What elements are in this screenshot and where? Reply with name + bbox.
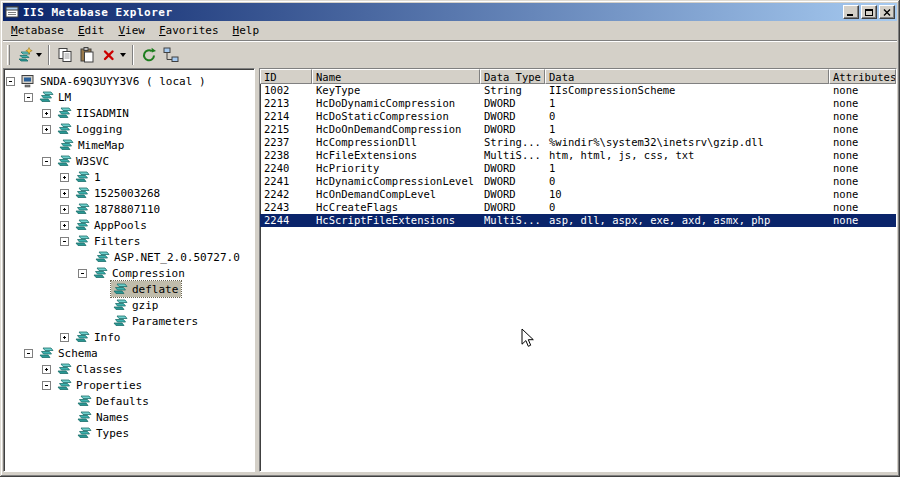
column-header-data-type[interactable]: Data Type	[480, 69, 545, 84]
menu-item-edit[interactable]: Edit	[71, 22, 112, 40]
cell-attributes: none	[829, 84, 896, 97]
column-header-data[interactable]: Data	[545, 69, 829, 84]
copy-button[interactable]	[54, 43, 76, 67]
metabase-key-icon	[58, 139, 75, 152]
minimize-button[interactable]	[843, 5, 859, 19]
tree-node-1878807110[interactable]: 1878807110	[4, 201, 254, 217]
paste-button[interactable]	[76, 43, 98, 67]
tree-node-label: Schema	[58, 347, 98, 360]
network-icon	[162, 46, 180, 64]
plus-expander[interactable]	[42, 109, 51, 118]
new-key-button[interactable]	[14, 43, 44, 67]
minus-expander[interactable]	[42, 157, 51, 166]
tree-node-label: 1878807110	[94, 203, 160, 216]
tree-node-deflate[interactable]: deflate	[4, 281, 254, 297]
tree-node-gzip[interactable]: gzip	[4, 297, 254, 313]
table-row-2243[interactable]: 2243HcCreateFlagsDWORD0none	[260, 201, 896, 214]
column-header-name[interactable]: Name	[312, 69, 480, 84]
metabase-key-icon	[56, 155, 73, 168]
metabase-tree: SNDA-69Q3UYY3V6 ( local )LMIISADMINLoggi…	[3, 68, 255, 472]
metabase-key-icon	[56, 107, 73, 120]
table-row-2237[interactable]: 2237HcCompressionDllString...%windir%\sy…	[260, 136, 896, 149]
tree-node-compression[interactable]: Compression	[4, 265, 254, 281]
tree-node-parameters[interactable]: Parameters	[4, 313, 254, 329]
tree-node-properties[interactable]: Properties	[4, 377, 254, 393]
minus-expander[interactable]	[60, 237, 69, 246]
tree-node-info[interactable]: Info	[4, 329, 254, 345]
delete-button[interactable]	[98, 43, 128, 67]
tree-node-lm[interactable]: LM	[4, 89, 254, 105]
cell-type: DWORD	[480, 175, 545, 188]
plus-expander[interactable]	[60, 205, 69, 214]
menu-item-metabase[interactable]: Metabase	[4, 22, 71, 40]
close-button[interactable]	[879, 5, 895, 19]
plus-expander[interactable]	[42, 125, 51, 134]
tree-node-iisadmin[interactable]: IISADMIN	[4, 105, 254, 121]
new-key-dropdown-arrow[interactable]	[36, 53, 42, 57]
refresh-button[interactable]	[138, 43, 160, 67]
metabase-key-icon	[56, 379, 73, 392]
column-header-id[interactable]: ID	[260, 69, 312, 84]
table-row-2244[interactable]: 2244HcScriptFileExtensionsMultiS...asp, …	[260, 214, 896, 227]
menu-item-favorites[interactable]: Favorites	[152, 22, 226, 40]
tree-node-classes[interactable]: Classes	[4, 361, 254, 377]
cell-id: 2240	[260, 162, 312, 175]
column-header-attributes[interactable]: Attributes	[829, 69, 896, 84]
tree-node-defaults[interactable]: Defaults	[4, 393, 254, 409]
connect-button[interactable]	[160, 43, 182, 67]
cell-type: MultiS...	[480, 214, 545, 227]
plus-expander[interactable]	[60, 333, 69, 342]
table-row-2238[interactable]: 2238HcFileExtensionsMultiS...htm, html, …	[260, 149, 896, 162]
tree-node-filters[interactable]: Filters	[4, 233, 254, 249]
cell-attributes: none	[829, 214, 896, 227]
maximize-button[interactable]	[861, 5, 877, 19]
tree-node-apppools[interactable]: AppPools	[4, 217, 254, 233]
tree-node-logging[interactable]: Logging	[4, 121, 254, 137]
tree-node-1[interactable]: 1	[4, 169, 254, 185]
tree-node-names[interactable]: Names	[4, 409, 254, 425]
plus-expander[interactable]	[42, 365, 51, 374]
menu-item-view[interactable]: View	[111, 22, 152, 40]
minus-expander[interactable]	[78, 269, 87, 278]
tree-node-snda-69q3uyy3v6-local[interactable]: SNDA-69Q3UYY3V6 ( local )	[4, 73, 254, 89]
table-row-2213[interactable]: 2213HcDoDynamicCompressionDWORD1none	[260, 97, 896, 110]
minus-expander[interactable]	[24, 93, 33, 102]
plus-expander[interactable]	[60, 221, 69, 230]
cell-id: 2238	[260, 149, 312, 162]
minus-expander[interactable]	[42, 381, 51, 390]
cell-type: DWORD	[480, 162, 545, 175]
cell-data: htm, html, js, css, txt	[545, 149, 829, 162]
cell-type: DWORD	[480, 123, 545, 136]
cell-id: 2215	[260, 123, 312, 136]
titlebar[interactable]: IIS Metabase Explorer	[3, 3, 897, 21]
table-row-2241[interactable]: 2241HcDynamicCompressionLevelDWORD0none	[260, 175, 896, 188]
tree-node-types[interactable]: Types	[4, 425, 254, 441]
cell-type: DWORD	[480, 188, 545, 201]
tree-node-schema[interactable]: Schema	[4, 345, 254, 361]
table-row-2214[interactable]: 2214HcDoStaticCompressionDWORD0none	[260, 110, 896, 123]
plus-expander[interactable]	[60, 173, 69, 182]
minus-expander[interactable]	[24, 349, 33, 358]
cell-name: HcFileExtensions	[312, 149, 480, 162]
tree-node-label: Defaults	[96, 395, 149, 408]
delete-dropdown-arrow[interactable]	[120, 53, 126, 57]
table-row-2215[interactable]: 2215HcDoOnDemandCompressionDWORD1none	[260, 123, 896, 136]
table-row-2242[interactable]: 2242HcOnDemandCompLevelDWORD10none	[260, 188, 896, 201]
tree-node-label: 1	[94, 171, 101, 184]
tree-node-w3svc[interactable]: W3SVC	[4, 153, 254, 169]
properties-list: IDNameData TypeDataAttributes 1002KeyTyp…	[259, 68, 897, 472]
menu-item-help[interactable]: Help	[226, 22, 267, 40]
tree-node-label: Classes	[76, 363, 122, 376]
tree-node-1525003268[interactable]: 1525003268	[4, 185, 254, 201]
minus-expander[interactable]	[6, 77, 15, 86]
tree-node-label: LM	[58, 91, 71, 104]
cell-name: KeyType	[312, 84, 480, 97]
toolbar-grip[interactable]	[7, 45, 10, 65]
table-row-1002[interactable]: 1002KeyTypeStringIIsCompressionSchemenon…	[260, 84, 896, 97]
tree-node-mimemap[interactable]: MimeMap	[4, 137, 254, 153]
plus-expander[interactable]	[60, 189, 69, 198]
app-window: IIS Metabase Explorer MetabaseEditViewFa…	[0, 0, 900, 477]
tree-node-asp-net-2-0-50727-0[interactable]: ASP.NET_2.0.50727.0	[4, 249, 254, 265]
cell-type: DWORD	[480, 201, 545, 214]
table-row-2240[interactable]: 2240HcPriorityDWORD1none	[260, 162, 896, 175]
